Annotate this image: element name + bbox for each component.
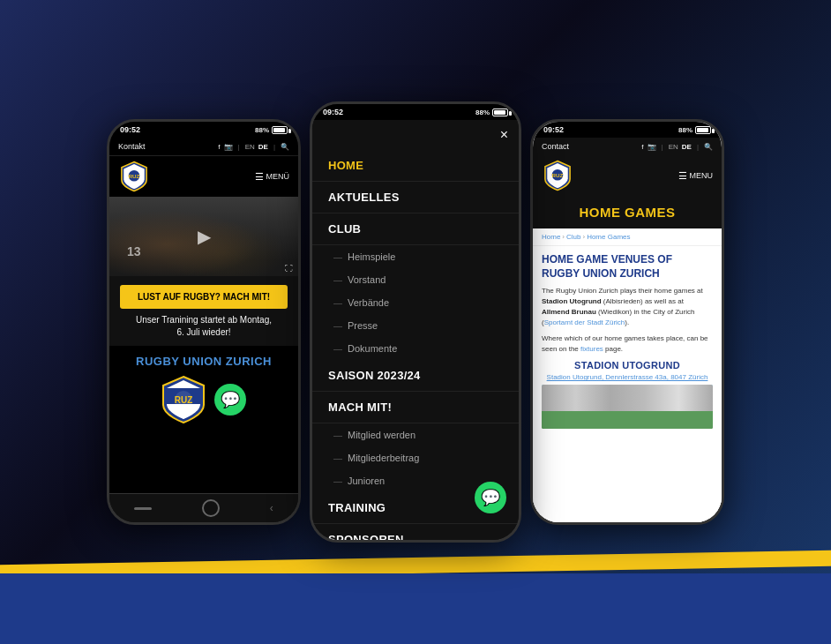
whatsapp-button-left[interactable]: 💬 bbox=[214, 384, 246, 416]
nav-bar-left: Kontakt f 📷 | EN DE | 🔍 bbox=[109, 138, 298, 156]
menu-sub-mitgliederbeitrag[interactable]: Mitgliederbeitrag bbox=[312, 446, 519, 469]
cta-button[interactable]: LUST AUF RUGBY? MACH MIT! bbox=[120, 285, 288, 309]
text-intro: The Rugby Union Zurich plays their home … bbox=[542, 287, 703, 295]
phone-right-content: Contact f 📷 | EN DE | 🔍 bbox=[533, 138, 722, 522]
stadion-section-title: STADION UTOGRUND bbox=[542, 360, 713, 371]
status-bar-right: 09:52 88% bbox=[533, 122, 722, 138]
venue-address-link[interactable]: Stadion Utogrund, Dennlerstrasse 43a, 80… bbox=[542, 373, 713, 381]
menu-item-sponsoren[interactable]: SPONSOREN bbox=[312, 524, 519, 540]
whatsapp-float-center[interactable]: 💬 bbox=[475, 482, 506, 513]
text-closing: ). bbox=[625, 318, 629, 326]
instagram-icon[interactable]: 📷 bbox=[224, 143, 233, 151]
allmend-name: Allmend Brunau bbox=[542, 308, 596, 316]
breadcrumb-home[interactable]: Home bbox=[542, 233, 560, 241]
status-icons-right: 88% bbox=[678, 126, 711, 134]
stadion-name: Stadion Utogrund bbox=[542, 297, 602, 305]
search-icon-right[interactable]: 🔍 bbox=[704, 143, 713, 151]
phone-left-content: Kontakt f 📷 | EN DE | 🔍 bbox=[109, 138, 298, 522]
club-logo-left[interactable]: RUZ bbox=[118, 161, 150, 192]
nav-back-left[interactable] bbox=[134, 507, 152, 510]
menu-button-left[interactable]: ☰ MENÜ bbox=[255, 171, 290, 183]
breadcrumb-current: Home Games bbox=[587, 233, 630, 241]
phone-right: 09:52 88% Contact f 📷 | EN DE | 🔍 bbox=[530, 119, 724, 525]
lang-de-left[interactable]: DE bbox=[258, 143, 268, 151]
nav-bar-right: Contact f 📷 | EN DE | 🔍 bbox=[533, 138, 722, 155]
battery-icon-center bbox=[492, 109, 508, 116]
stadium-buildings bbox=[542, 385, 713, 411]
menu-item-machmit[interactable]: MACH MIT! bbox=[312, 392, 519, 423]
time-left: 09:52 bbox=[120, 125, 140, 134]
menu-item-club[interactable]: CLUB bbox=[312, 213, 519, 245]
menu-sub-vorstand[interactable]: Vorstand bbox=[312, 268, 519, 291]
logo-bar-right: RUZ ☰ MENU bbox=[533, 155, 722, 196]
status-icons-left: 88% bbox=[255, 126, 288, 134]
battery-pct-left: 88% bbox=[255, 126, 269, 134]
content-body: HOME GAME VENUES OF RUGBY UNION ZURICH T… bbox=[533, 246, 722, 436]
content-heading: HOME GAME VENUES OF RUGBY UNION ZURICH bbox=[542, 253, 713, 281]
lang-de-right[interactable]: DE bbox=[682, 143, 692, 151]
battery-pct-center: 88% bbox=[475, 109, 490, 116]
training-line1: Unser Tranining startet ab Montag, bbox=[136, 315, 272, 325]
page-title: HOME GAMES bbox=[533, 196, 722, 228]
status-bar-center: 09:52 88% bbox=[312, 104, 519, 120]
stadium-grass bbox=[542, 411, 713, 429]
club-logo-right[interactable]: RUZ bbox=[542, 160, 573, 191]
hamburger-icon-right: ☰ bbox=[678, 170, 687, 182]
facebook-icon-right[interactable]: f bbox=[641, 143, 643, 151]
menu-header: × bbox=[312, 120, 519, 150]
menu-label-right: MENU bbox=[690, 171, 714, 180]
instagram-icon-right[interactable]: 📷 bbox=[648, 143, 656, 151]
menu-sub-mitglied[interactable]: Mitglied werden bbox=[312, 423, 519, 446]
menu-item-saison[interactable]: SAISON 2023/24 bbox=[312, 360, 519, 392]
phones-container: 09:52 88% Kontakt f 📷 | EN DE | 🔍 bbox=[107, 101, 724, 543]
time-right: 09:52 bbox=[543, 125, 564, 134]
hero-image[interactable]: 13 ⛶ bbox=[109, 197, 298, 276]
kontakt-link[interactable]: Kontakt bbox=[118, 142, 146, 151]
bg-stripe-blue bbox=[0, 573, 831, 644]
menu-item-aktuelles[interactable]: AKTUELLES bbox=[312, 182, 519, 213]
nav-icons-right: f 📷 | EN DE | 🔍 bbox=[641, 143, 713, 151]
rugby-union-section: RUGBY UNION ZURICH RUZ 💬 bbox=[109, 346, 298, 493]
training-text: Unser Tranining startet ab Montag, 6. Ju… bbox=[109, 314, 298, 346]
battery-icon-right bbox=[695, 126, 711, 134]
menu-sub-verbande[interactable]: Verbände bbox=[312, 291, 519, 314]
logo-bar-left: RUZ ☰ MENÜ bbox=[109, 156, 298, 197]
status-icons-center: 88% bbox=[475, 109, 508, 116]
breadcrumb: Home › Club › Home Games bbox=[533, 228, 722, 246]
close-button[interactable]: × bbox=[500, 127, 508, 143]
content-paragraph-1: The Rugby Union Zurich plays their home … bbox=[542, 286, 713, 328]
contact-link[interactable]: Contact bbox=[542, 142, 569, 151]
time-center: 09:52 bbox=[323, 108, 343, 116]
facebook-icon[interactable]: f bbox=[218, 143, 220, 151]
menu-item-home[interactable]: HOME bbox=[312, 150, 519, 182]
search-icon-left[interactable]: 🔍 bbox=[281, 143, 289, 151]
text-fixtures-intro: Where which of our home games takes plac… bbox=[542, 334, 708, 353]
nav-forward-left[interactable]: ‹ bbox=[270, 502, 273, 514]
breadcrumb-sep1: › bbox=[562, 233, 565, 241]
menu-button-right[interactable]: ☰ MENU bbox=[678, 170, 714, 182]
nav-home-left[interactable] bbox=[202, 499, 220, 517]
lang-en-left[interactable]: EN bbox=[245, 143, 255, 151]
svg-text:RUZ: RUZ bbox=[175, 395, 193, 405]
expand-icon[interactable]: ⛶ bbox=[285, 264, 293, 273]
lang-en-right[interactable]: EN bbox=[669, 143, 678, 151]
fixtures-link[interactable]: fixtures bbox=[580, 345, 603, 353]
players-image: 13 bbox=[109, 197, 298, 276]
menu-sub-presse[interactable]: Presse bbox=[312, 314, 519, 337]
training-line2: 6. Juli wieder! bbox=[176, 327, 230, 337]
svg-text:RUZ: RUZ bbox=[129, 173, 140, 179]
shield-logo-large[interactable]: RUZ bbox=[161, 375, 206, 424]
content-paragraph-2: Where which of our home games takes plac… bbox=[542, 333, 713, 355]
battery-pct-right: 88% bbox=[678, 126, 692, 134]
bottom-nav-left: ‹ bbox=[109, 493, 298, 522]
nav-icons-left: f 📷 | EN DE | 🔍 bbox=[218, 143, 289, 151]
sportamt-link[interactable]: Sportamt der Stadt Zürich bbox=[544, 318, 625, 326]
text-fixtures-end: page. bbox=[603, 345, 623, 353]
breadcrumb-club[interactable]: Club bbox=[566, 233, 580, 241]
menu-sub-heimspiele[interactable]: Heimspiele bbox=[312, 245, 519, 268]
phone-left: 09:52 88% Kontakt f 📷 | EN DE | 🔍 bbox=[107, 119, 301, 525]
rugby-union-title: RUGBY UNION ZURICH bbox=[118, 355, 289, 368]
menu-sub-dokumente[interactable]: Dokumente bbox=[312, 337, 519, 360]
hamburger-icon-left: ☰ bbox=[255, 171, 264, 183]
phone-center-content: × HOME AKTUELLES CLUB Heimspiele Vorstan… bbox=[312, 120, 519, 540]
